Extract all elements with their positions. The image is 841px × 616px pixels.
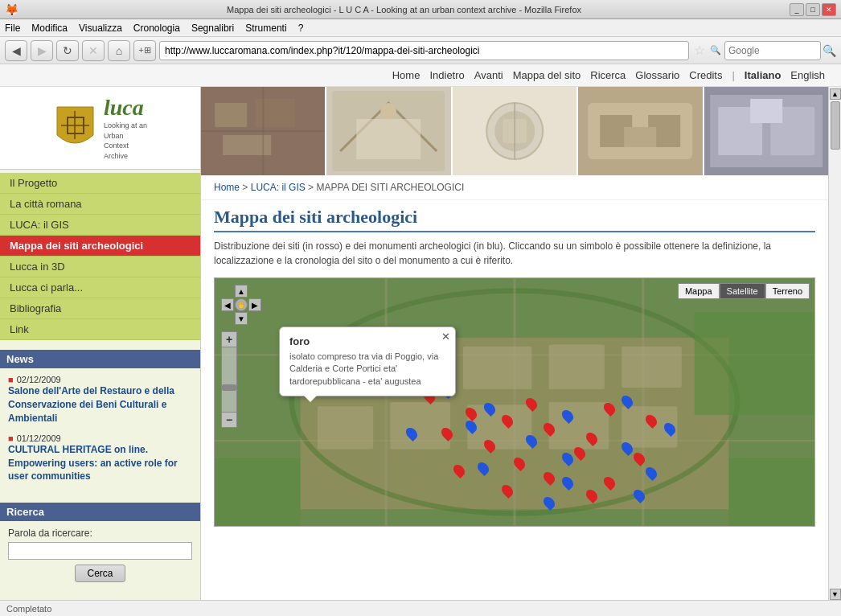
nav-mappa-sito[interactable]: Mappa del sito (513, 69, 581, 81)
main-layout: luca Looking at an Urban Context Archive… (0, 87, 841, 600)
menu-cronologia[interactable]: Cronologia (133, 23, 180, 34)
nav-ricerca[interactable]: Ricerca (590, 69, 626, 81)
nav-link-0[interactable]: Il Progetto (0, 173, 200, 194)
home-button[interactable]: ⌂ (108, 40, 130, 61)
bookmark-star-icon[interactable]: ☆ (692, 43, 707, 58)
svg-rect-41 (318, 406, 373, 449)
map-type-terreno[interactable]: Terreno (765, 283, 810, 299)
map-container[interactable]: Mappa Satellite Terreno ▲ ◀ ▶ ▼ ✋ (214, 277, 815, 527)
nav-menu: Il Progetto La città romana LUCA: il GIS… (0, 170, 200, 343)
svg-point-12 (381, 103, 397, 119)
back-button[interactable]: ◀ (5, 40, 27, 61)
svg-rect-4 (215, 103, 247, 127)
search-button[interactable]: Cerca (75, 565, 125, 582)
nav-credits[interactable]: Credits (689, 69, 722, 81)
nav-home[interactable]: Home (392, 69, 420, 81)
search-go-icon[interactable]: 🔍 (823, 44, 836, 57)
nav-link-6[interactable]: Bibliografia (0, 298, 200, 319)
zoom-out-button[interactable]: − (221, 412, 237, 428)
nav-link-1[interactable]: La città romana (0, 194, 200, 215)
nav-item-4[interactable]: Lucca in 3D (0, 257, 200, 277)
breadcrumb-home[interactable]: Home (214, 182, 240, 193)
logo-text-area: luca Looking at an Urban Context Archive (104, 95, 147, 161)
nav-link-7[interactable]: Link (0, 319, 200, 340)
nav-link-2[interactable]: LUCA: il GIS (0, 215, 200, 236)
nav-link-5[interactable]: Lucca ci parla... (0, 277, 200, 298)
pan-right[interactable]: ▶ (248, 298, 261, 311)
zoom-handle[interactable] (222, 384, 236, 391)
nav-link-3[interactable]: Mappa dei siti archeologici (0, 236, 200, 257)
nav-item-2[interactable]: LUCA: il GIS (0, 215, 200, 236)
menu-file[interactable]: File (5, 23, 20, 34)
logo-area: luca Looking at an Urban Context Archive (0, 87, 200, 170)
forward-button[interactable]: ▶ (31, 40, 53, 61)
popup-close-button[interactable]: ✕ (441, 331, 450, 343)
nav-indietro[interactable]: Indietro (429, 69, 464, 81)
browser-search-input[interactable] (724, 41, 821, 60)
browser-toolbar: ◀ ▶ ↻ ✕ ⌂ +⊞ ☆ 🔍 🔍 (0, 37, 841, 64)
zoom-in-button[interactable]: + (221, 331, 237, 347)
search-field[interactable] (8, 542, 192, 560)
map-popup: ✕ foro isolato compreso tra via di Poggi… (279, 326, 456, 396)
nav-item-3[interactable]: Mappa dei siti archeologici (0, 236, 200, 257)
scroll-up-button[interactable]: ▲ (830, 88, 841, 100)
nav-item-7[interactable]: Link (0, 319, 200, 340)
menu-segnalibri[interactable]: Segnalibri (191, 23, 234, 34)
page-scrollbar[interactable]: ▲ ▼ (828, 87, 841, 600)
pan-center[interactable]: ✋ (235, 298, 248, 311)
nav-avanti[interactable]: Avanti (474, 69, 503, 81)
stop-button[interactable]: ✕ (82, 40, 105, 61)
pan-up[interactable]: ▲ (235, 285, 248, 298)
photo-1 (201, 87, 326, 175)
breadcrumb-sep1: > (242, 182, 250, 193)
scroll-thumb[interactable] (831, 101, 840, 150)
nav-item-5[interactable]: Lucca ci parla... (0, 277, 200, 298)
pan-control[interactable]: ▲ ◀ ▶ ▼ ✋ (221, 285, 261, 325)
reload-button[interactable]: ↻ (56, 40, 79, 61)
zoom-controls: + − (221, 331, 237, 428)
svg-rect-48 (728, 458, 814, 526)
menu-visualizza[interactable]: Visualizza (79, 23, 122, 34)
url-input[interactable] (165, 45, 683, 56)
map-type-satellite[interactable]: Satellite (720, 283, 765, 299)
sidebar: luca Looking at an Urban Context Archive… (0, 87, 201, 600)
maximize-button[interactable]: □ (806, 3, 820, 16)
lang-divider: | (732, 69, 734, 81)
nav-link-4[interactable]: Lucca in 3D (0, 257, 200, 277)
news-link-0[interactable]: Salone dell'Arte del Restauro e della Co… (8, 384, 192, 425)
nav-item-0[interactable]: Il Progetto (0, 173, 200, 194)
breadcrumb-gis[interactable]: LUCA: il GIS (251, 182, 306, 193)
photo-2 (326, 87, 452, 175)
menu-modifica[interactable]: Modifica (31, 23, 68, 34)
page-title-area: Mappa dei siti archeologici Distribuzion… (201, 200, 828, 277)
popup-text: isolato compreso tra via di Poggio, via … (289, 351, 445, 388)
lang-italian[interactable]: Italiano (745, 69, 782, 81)
window-controls[interactable]: _ □ ✕ (790, 3, 836, 16)
browser-search-bar[interactable]: 🔍 (724, 41, 836, 60)
lang-english[interactable]: English (790, 69, 825, 81)
bookmark-add-button[interactable]: +⊞ (133, 40, 156, 61)
scroll-down-button[interactable]: ▼ (830, 589, 841, 600)
nav-glossario[interactable]: Glossario (635, 69, 679, 81)
nav-item-6[interactable]: Bibliografia (0, 298, 200, 319)
logo-shield (53, 103, 97, 154)
close-button[interactable]: ✕ (822, 3, 836, 16)
scroll-track[interactable] (830, 100, 841, 589)
zoom-slider[interactable] (221, 347, 237, 412)
pan-down[interactable]: ▼ (235, 312, 248, 325)
svg-rect-22 (624, 127, 656, 147)
menu-help[interactable]: ? (298, 23, 304, 34)
menu-strumenti[interactable]: Strumenti (245, 23, 286, 34)
breadcrumb-sep2: > (308, 182, 316, 193)
svg-rect-42 (390, 402, 450, 450)
site-nav: Home Indietro Avanti Mappa del sito Rice… (0, 64, 841, 87)
pan-left[interactable]: ◀ (221, 298, 234, 311)
nav-item-1[interactable]: La città romana (0, 194, 200, 215)
svg-rect-46 (695, 312, 814, 415)
news-link-1[interactable]: CULTURAL HERITAGE on line. Empowering us… (8, 443, 192, 483)
minimize-button[interactable]: _ (790, 3, 804, 16)
address-bar[interactable] (159, 41, 689, 60)
map-type-mappa[interactable]: Mappa (678, 283, 720, 299)
breadcrumb: Home > LUCA: il GIS > MAPPA DEI SITI ARC… (201, 175, 828, 200)
svg-rect-11 (357, 119, 421, 159)
